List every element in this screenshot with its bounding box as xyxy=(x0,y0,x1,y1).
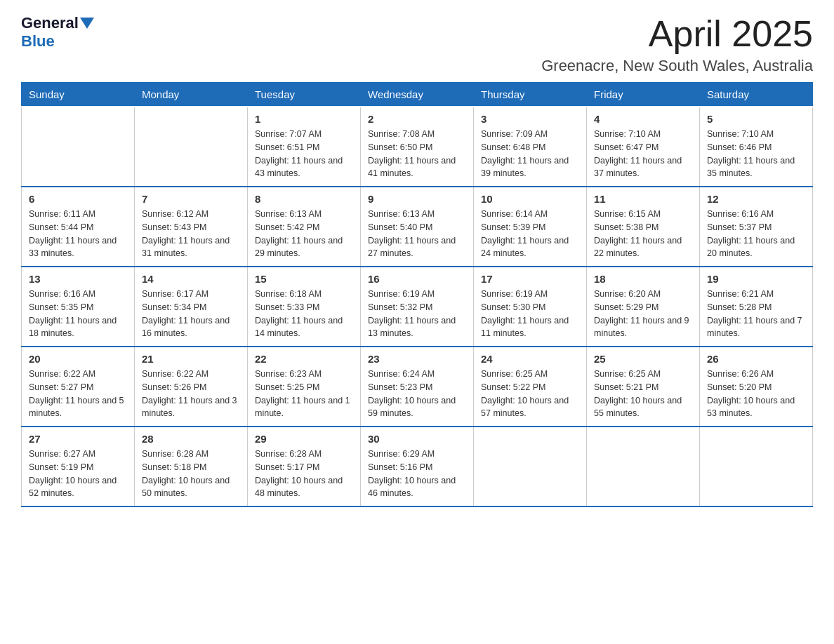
calendar-body: 1Sunrise: 7:07 AMSunset: 6:51 PMDaylight… xyxy=(22,107,813,507)
calendar-cell: 5Sunrise: 7:10 AMSunset: 6:46 PMDaylight… xyxy=(700,107,813,187)
logo-general: General xyxy=(21,14,79,32)
day-number: 13 xyxy=(29,273,127,285)
day-info: Sunrise: 6:19 AMSunset: 5:30 PMDaylight:… xyxy=(481,288,579,340)
day-number: 6 xyxy=(29,193,127,205)
day-number: 25 xyxy=(594,353,692,365)
day-info: Sunrise: 7:08 AMSunset: 6:50 PMDaylight:… xyxy=(368,128,466,180)
day-info: Sunrise: 6:11 AMSunset: 5:44 PMDaylight:… xyxy=(29,208,127,260)
calendar-cell: 7Sunrise: 6:12 AMSunset: 5:43 PMDaylight… xyxy=(135,187,248,267)
page-header: General Blue April 2025 Greenacre, New S… xyxy=(21,14,813,75)
day-info: Sunrise: 7:10 AMSunset: 6:46 PMDaylight:… xyxy=(707,128,805,180)
day-number: 11 xyxy=(594,193,692,205)
calendar-header: SundayMondayTuesdayWednesdayThursdayFrid… xyxy=(22,83,813,107)
calendar-cell: 24Sunrise: 6:25 AMSunset: 5:22 PMDayligh… xyxy=(474,347,587,427)
day-info: Sunrise: 6:28 AMSunset: 5:18 PMDaylight:… xyxy=(142,448,240,500)
calendar-cell: 15Sunrise: 6:18 AMSunset: 5:33 PMDayligh… xyxy=(248,267,361,347)
calendar-cell: 9Sunrise: 6:13 AMSunset: 5:40 PMDaylight… xyxy=(361,187,474,267)
logo-arrow-icon xyxy=(80,18,94,29)
weekday-header-monday: Monday xyxy=(135,83,248,107)
calendar-cell: 10Sunrise: 6:14 AMSunset: 5:39 PMDayligh… xyxy=(474,187,587,267)
day-info: Sunrise: 6:13 AMSunset: 5:40 PMDaylight:… xyxy=(368,208,466,260)
day-info: Sunrise: 6:21 AMSunset: 5:28 PMDaylight:… xyxy=(707,288,805,340)
day-info: Sunrise: 6:12 AMSunset: 5:43 PMDaylight:… xyxy=(142,208,240,260)
calendar-cell: 23Sunrise: 6:24 AMSunset: 5:23 PMDayligh… xyxy=(361,347,474,427)
day-info: Sunrise: 6:16 AMSunset: 5:37 PMDaylight:… xyxy=(707,208,805,260)
calendar-cell: 25Sunrise: 6:25 AMSunset: 5:21 PMDayligh… xyxy=(587,347,700,427)
day-info: Sunrise: 6:28 AMSunset: 5:17 PMDaylight:… xyxy=(255,448,353,500)
calendar-cell xyxy=(474,427,587,507)
weekday-header-row: SundayMondayTuesdayWednesdayThursdayFrid… xyxy=(22,83,813,107)
calendar-week-row-2: 6Sunrise: 6:11 AMSunset: 5:44 PMDaylight… xyxy=(22,187,813,267)
day-info: Sunrise: 6:18 AMSunset: 5:33 PMDaylight:… xyxy=(255,288,353,340)
day-number: 10 xyxy=(481,193,579,205)
day-info: Sunrise: 6:25 AMSunset: 5:21 PMDaylight:… xyxy=(594,368,692,420)
logo-text: General xyxy=(21,14,95,32)
calendar-cell xyxy=(587,427,700,507)
day-info: Sunrise: 6:27 AMSunset: 5:19 PMDaylight:… xyxy=(29,448,127,500)
day-number: 28 xyxy=(142,433,240,445)
day-number: 9 xyxy=(368,193,466,205)
day-info: Sunrise: 7:09 AMSunset: 6:48 PMDaylight:… xyxy=(481,128,579,180)
calendar-cell: 26Sunrise: 6:26 AMSunset: 5:20 PMDayligh… xyxy=(700,347,813,427)
calendar-week-row-1: 1Sunrise: 7:07 AMSunset: 6:51 PMDaylight… xyxy=(22,107,813,187)
weekday-header-sunday: Sunday xyxy=(22,83,135,107)
day-info: Sunrise: 6:29 AMSunset: 5:16 PMDaylight:… xyxy=(368,448,466,500)
day-info: Sunrise: 6:16 AMSunset: 5:35 PMDaylight:… xyxy=(29,288,127,340)
logo: General Blue xyxy=(21,14,95,51)
day-info: Sunrise: 7:10 AMSunset: 6:47 PMDaylight:… xyxy=(594,128,692,180)
calendar-cell: 27Sunrise: 6:27 AMSunset: 5:19 PMDayligh… xyxy=(22,427,135,507)
day-info: Sunrise: 6:26 AMSunset: 5:20 PMDaylight:… xyxy=(707,368,805,420)
calendar-cell: 12Sunrise: 6:16 AMSunset: 5:37 PMDayligh… xyxy=(700,187,813,267)
day-number: 22 xyxy=(255,353,353,365)
calendar-cell: 17Sunrise: 6:19 AMSunset: 5:30 PMDayligh… xyxy=(474,267,587,347)
logo-blue: Blue xyxy=(21,32,55,51)
weekday-header-saturday: Saturday xyxy=(700,83,813,107)
day-info: Sunrise: 6:19 AMSunset: 5:32 PMDaylight:… xyxy=(368,288,466,340)
calendar-cell: 30Sunrise: 6:29 AMSunset: 5:16 PMDayligh… xyxy=(361,427,474,507)
calendar-cell: 16Sunrise: 6:19 AMSunset: 5:32 PMDayligh… xyxy=(361,267,474,347)
calendar-cell: 3Sunrise: 7:09 AMSunset: 6:48 PMDaylight… xyxy=(474,107,587,187)
title-area: April 2025 Greenacre, New South Wales, A… xyxy=(541,14,813,75)
calendar-cell: 13Sunrise: 6:16 AMSunset: 5:35 PMDayligh… xyxy=(22,267,135,347)
calendar-cell: 22Sunrise: 6:23 AMSunset: 5:25 PMDayligh… xyxy=(248,347,361,427)
month-title: April 2025 xyxy=(541,14,813,54)
calendar-cell: 6Sunrise: 6:11 AMSunset: 5:44 PMDaylight… xyxy=(22,187,135,267)
day-number: 29 xyxy=(255,433,353,445)
day-number: 16 xyxy=(368,273,466,285)
day-info: Sunrise: 6:17 AMSunset: 5:34 PMDaylight:… xyxy=(142,288,240,340)
calendar-cell: 21Sunrise: 6:22 AMSunset: 5:26 PMDayligh… xyxy=(135,347,248,427)
day-number: 23 xyxy=(368,353,466,365)
day-number: 30 xyxy=(368,433,466,445)
day-number: 14 xyxy=(142,273,240,285)
day-number: 8 xyxy=(255,193,353,205)
calendar-cell: 29Sunrise: 6:28 AMSunset: 5:17 PMDayligh… xyxy=(248,427,361,507)
day-number: 19 xyxy=(707,273,805,285)
day-info: Sunrise: 7:07 AMSunset: 6:51 PMDaylight:… xyxy=(255,128,353,180)
day-number: 3 xyxy=(481,113,579,125)
day-number: 20 xyxy=(29,353,127,365)
calendar-cell: 11Sunrise: 6:15 AMSunset: 5:38 PMDayligh… xyxy=(587,187,700,267)
day-number: 7 xyxy=(142,193,240,205)
day-info: Sunrise: 6:23 AMSunset: 5:25 PMDaylight:… xyxy=(255,368,353,420)
day-number: 15 xyxy=(255,273,353,285)
day-info: Sunrise: 6:25 AMSunset: 5:22 PMDaylight:… xyxy=(481,368,579,420)
day-info: Sunrise: 6:15 AMSunset: 5:38 PMDaylight:… xyxy=(594,208,692,260)
calendar-cell: 14Sunrise: 6:17 AMSunset: 5:34 PMDayligh… xyxy=(135,267,248,347)
calendar-table: SundayMondayTuesdayWednesdayThursdayFrid… xyxy=(21,82,813,507)
calendar-cell xyxy=(22,107,135,187)
weekday-header-friday: Friday xyxy=(587,83,700,107)
calendar-cell: 8Sunrise: 6:13 AMSunset: 5:42 PMDaylight… xyxy=(248,187,361,267)
day-number: 24 xyxy=(481,353,579,365)
calendar-cell xyxy=(700,427,813,507)
calendar-cell: 1Sunrise: 7:07 AMSunset: 6:51 PMDaylight… xyxy=(248,107,361,187)
day-number: 18 xyxy=(594,273,692,285)
day-number: 26 xyxy=(707,353,805,365)
day-number: 27 xyxy=(29,433,127,445)
calendar-cell: 20Sunrise: 6:22 AMSunset: 5:27 PMDayligh… xyxy=(22,347,135,427)
calendar-week-row-3: 13Sunrise: 6:16 AMSunset: 5:35 PMDayligh… xyxy=(22,267,813,347)
calendar-cell xyxy=(135,107,248,187)
day-number: 2 xyxy=(368,113,466,125)
day-info: Sunrise: 6:13 AMSunset: 5:42 PMDaylight:… xyxy=(255,208,353,260)
weekday-header-thursday: Thursday xyxy=(474,83,587,107)
day-info: Sunrise: 6:20 AMSunset: 5:29 PMDaylight:… xyxy=(594,288,692,340)
